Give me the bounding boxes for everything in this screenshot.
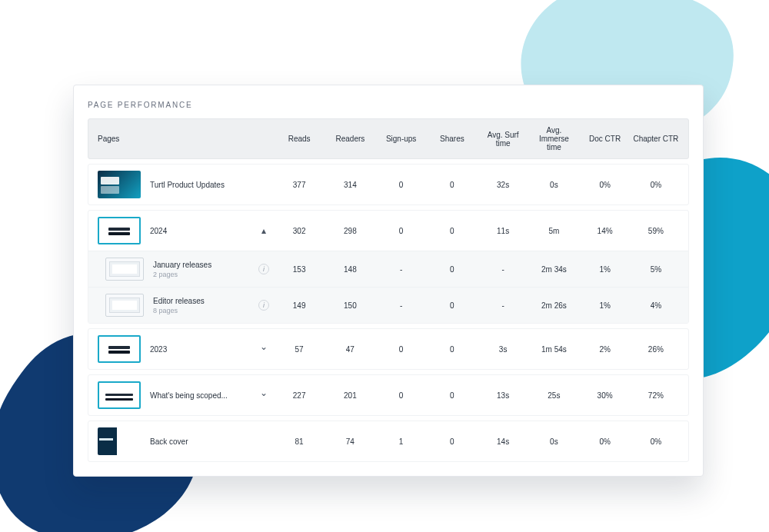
- cell-signups: 0: [378, 181, 424, 189]
- cell-reads: 153: [276, 265, 322, 274]
- cell-avg-surf: 14s: [480, 437, 526, 446]
- cell-shares: 0: [429, 345, 475, 354]
- cell-chapter-ctr: 72%: [633, 391, 679, 400]
- cell-chapter-ctr: 4%: [633, 301, 679, 310]
- page-row-title: 2023: [150, 345, 167, 354]
- cell-chapter-ctr: 0%: [633, 181, 679, 189]
- cell-doc-ctr: 14%: [582, 227, 628, 235]
- cell-doc-ctr: 1%: [582, 265, 628, 274]
- page-thumbnail[interactable]: [98, 427, 141, 455]
- page-thumbnail[interactable]: [105, 294, 144, 317]
- table-row[interactable]: Editor releases8 pagesi149150-0-2m 26s1%…: [88, 287, 688, 323]
- col-header-avg-surf[interactable]: Avg. Surf time: [480, 131, 526, 148]
- page-row-subtitle: 2 pages: [153, 271, 211, 278]
- cell-reads: 302: [276, 227, 322, 235]
- section-title: PAGE PERFORMANCE: [88, 101, 689, 109]
- page-title-cell: What's being scoped...: [98, 381, 251, 409]
- cell-readers: 74: [327, 437, 373, 446]
- cell-chapter-ctr: 5%: [633, 265, 679, 274]
- cell-signups: 0: [378, 227, 424, 235]
- col-header-doc-ctr[interactable]: Doc CTR: [582, 135, 628, 143]
- collapse-icon[interactable]: [258, 224, 270, 237]
- chevron-down-icon: [260, 391, 268, 400]
- table-row[interactable]: 20235747003s1m 54s2%26%: [88, 329, 688, 369]
- cell-shares: 0: [429, 301, 475, 310]
- cell-shares: 0: [429, 437, 475, 446]
- col-header-reads[interactable]: Reads: [276, 135, 322, 143]
- table-row[interactable]: January releases2 pagesi153148-0-2m 34s1…: [88, 251, 688, 287]
- cell-reads: 57: [276, 345, 322, 354]
- cell-readers: 148: [327, 265, 373, 274]
- page-thumbnail[interactable]: [105, 258, 144, 281]
- cell-avg-surf: 32s: [480, 181, 526, 189]
- table-row[interactable]: Back cover81741014s0s0%0%: [88, 421, 688, 461]
- cell-chapter-ctr: 26%: [633, 345, 679, 354]
- cell-readers: 47: [327, 345, 373, 354]
- page-row-subtitle: 8 pages: [153, 307, 205, 314]
- col-header-pages[interactable]: Pages: [98, 135, 251, 143]
- cell-signups: -: [378, 265, 424, 274]
- page-thumbnail[interactable]: [98, 381, 141, 409]
- cell-doc-ctr: 30%: [582, 391, 628, 400]
- page-row-title: Back cover: [150, 437, 188, 446]
- expand-icon[interactable]: [258, 389, 270, 401]
- cell-reads: 81: [276, 437, 322, 446]
- cell-avg-immerse: 2m 34s: [531, 265, 577, 274]
- cell-signups: 0: [378, 345, 424, 354]
- cell-avg-immerse: 5m: [531, 227, 577, 235]
- page-title-cell: January releases2 pages: [98, 258, 251, 281]
- cell-shares: 0: [429, 265, 475, 274]
- table-row-block: Turtl Product Updates3773140032s0s0%0%: [88, 164, 689, 205]
- page-row-title: Editor releases: [153, 297, 205, 305]
- page-performance-card: PAGE PERFORMANCE Pages Reads Readers Sig…: [73, 85, 704, 477]
- page-thumbnail[interactable]: [98, 217, 141, 244]
- cell-readers: 201: [327, 391, 373, 400]
- table-row[interactable]: Turtl Product Updates3773140032s0s0%0%: [88, 165, 688, 204]
- page-row-title: 2024: [150, 227, 167, 235]
- cell-shares: 0: [429, 181, 475, 189]
- cell-chapter-ctr: 59%: [633, 227, 679, 235]
- col-header-shares[interactable]: Shares: [429, 135, 475, 143]
- table-row-block: 20235747003s1m 54s2%26%: [88, 328, 689, 370]
- expand-icon[interactable]: [258, 343, 270, 355]
- cell-doc-ctr: 0%: [582, 437, 628, 446]
- table-header-row: Pages Reads Readers Sign-ups Shares Avg.…: [88, 118, 689, 159]
- cell-chapter-ctr: 0%: [633, 437, 679, 446]
- cell-avg-immerse: 0s: [531, 181, 577, 189]
- page-title-cell: 2024: [98, 217, 251, 244]
- cell-doc-ctr: 1%: [582, 301, 628, 310]
- info-icon[interactable]: i: [258, 300, 269, 311]
- cell-doc-ctr: 2%: [582, 345, 628, 354]
- page-performance-table: Pages Reads Readers Sign-ups Shares Avg.…: [88, 118, 689, 462]
- cell-readers: 314: [327, 181, 373, 189]
- cell-signups: 1: [378, 437, 424, 446]
- page-title-cell: Turtl Product Updates: [98, 171, 251, 198]
- cell-avg-surf: 11s: [480, 227, 526, 235]
- cell-avg-immerse: 0s: [531, 437, 577, 446]
- col-header-signups[interactable]: Sign-ups: [378, 135, 424, 143]
- table-row-block: Back cover81741014s0s0%0%: [88, 421, 689, 462]
- page-row-title: January releases: [153, 261, 211, 269]
- col-header-chapter-ctr[interactable]: Chapter CTR: [633, 135, 679, 143]
- table-row[interactable]: 20243022980011s5m14%59%: [88, 211, 688, 251]
- cell-avg-immerse: 2m 26s: [531, 301, 577, 310]
- page-thumbnail[interactable]: [98, 335, 141, 363]
- col-header-avg-immerse[interactable]: Avg. Immerse time: [531, 126, 577, 151]
- cell-doc-ctr: 0%: [582, 181, 628, 189]
- cell-avg-surf: -: [480, 265, 526, 274]
- cell-shares: 0: [429, 227, 475, 235]
- table-row-block: 20243022980011s5m14%59%January releases2…: [88, 210, 689, 324]
- col-header-readers[interactable]: Readers: [327, 135, 373, 143]
- cell-avg-surf: -: [480, 301, 526, 310]
- cell-reads: 377: [276, 181, 322, 189]
- chevron-up-icon: [261, 226, 266, 235]
- cell-avg-immerse: 25s: [531, 391, 577, 400]
- page-thumbnail[interactable]: [98, 171, 141, 198]
- info-icon[interactable]: i: [258, 264, 269, 274]
- cell-signups: -: [378, 301, 424, 310]
- cell-shares: 0: [429, 391, 475, 400]
- table-row[interactable]: What's being scoped...2272010013s25s30%7…: [88, 375, 688, 415]
- cell-reads: 227: [276, 391, 322, 400]
- cell-avg-surf: 3s: [480, 345, 526, 354]
- cell-readers: 298: [327, 227, 373, 235]
